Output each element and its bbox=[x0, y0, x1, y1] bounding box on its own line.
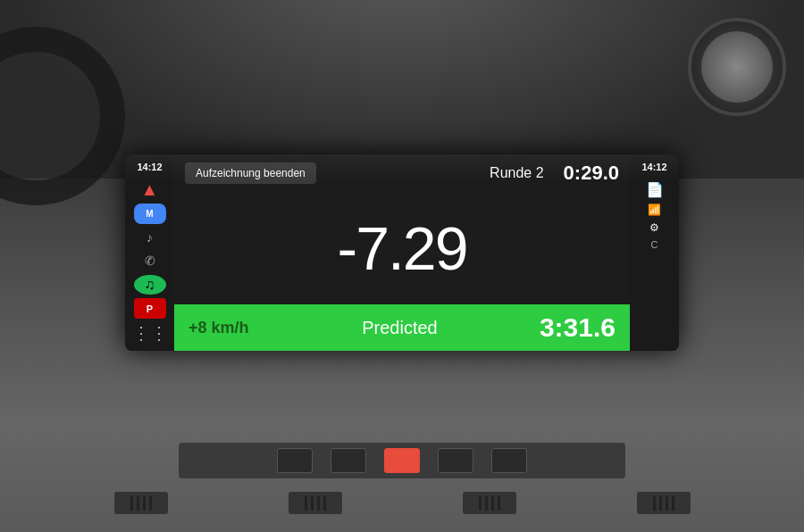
vent-slot bbox=[491, 496, 494, 511]
main-content-area: Aufzeichnung beenden Runde 2 0:29.0 -7.2… bbox=[174, 154, 630, 351]
lap-label: Runde 2 bbox=[490, 165, 544, 181]
phone-symbol: ✆ bbox=[145, 254, 155, 268]
vent-slot bbox=[323, 496, 326, 511]
top-bar: Aufzeichnung beenden Runde 2 0:29.0 bbox=[174, 154, 630, 192]
vent-slot bbox=[305, 496, 307, 511]
vent-slot bbox=[130, 496, 133, 511]
vent-slot bbox=[149, 496, 152, 511]
predicted-bar: +8 km/h Predicted 3:31.6 bbox=[174, 304, 630, 351]
predicted-label: Predicted bbox=[260, 318, 540, 338]
predicted-time-value: 3:31.6 bbox=[540, 312, 616, 343]
vent-slot bbox=[659, 496, 662, 511]
porsche-icon[interactable]: P bbox=[134, 298, 166, 319]
dash-button-4[interactable] bbox=[438, 448, 473, 473]
vent-slot bbox=[479, 496, 482, 511]
vent-slot bbox=[143, 496, 146, 511]
right-icon-1: 📄 bbox=[646, 181, 664, 198]
dash-button-1[interactable] bbox=[277, 448, 313, 473]
vent-center-right bbox=[463, 492, 516, 514]
speedometer-face bbox=[701, 31, 773, 103]
right-icon-c: C bbox=[651, 239, 658, 250]
sidebar-time: 14:12 bbox=[137, 162, 162, 172]
spotify-icon[interactable]: ♫ bbox=[134, 275, 166, 295]
stop-recording-button[interactable]: Aufzeichnung beenden bbox=[185, 162, 316, 184]
vent-slot bbox=[672, 496, 674, 511]
vent-slot bbox=[485, 496, 488, 511]
infotainment-display: 14:12 ▲ M ♪ ✆ ♫ P ⋮⋮ Aufzeichnung beende… bbox=[125, 154, 679, 351]
music-note-symbol: ♪ bbox=[147, 230, 153, 245]
vent-slot bbox=[498, 496, 500, 511]
vent-right bbox=[637, 492, 691, 514]
left-sidebar: 14:12 ▲ M ♪ ✆ ♫ P ⋮⋮ bbox=[125, 154, 174, 351]
right-sidebar-time: 14:12 bbox=[641, 162, 666, 172]
right-icon-2: 📶 bbox=[648, 204, 661, 216]
vent-slot bbox=[653, 496, 656, 511]
maps-icon-label: M bbox=[146, 209, 153, 219]
grid-icon[interactable]: ⋮⋮ bbox=[134, 322, 166, 344]
dash-button-2[interactable] bbox=[331, 448, 366, 473]
navigation-icon[interactable]: ▲ bbox=[134, 179, 166, 200]
right-sidebar: 14:12 📄 📶 ⚙ C bbox=[630, 154, 679, 351]
lower-dashboard bbox=[179, 443, 625, 478]
maps-icon[interactable]: M bbox=[134, 204, 166, 224]
vent-center-left bbox=[289, 492, 342, 514]
phone-icon[interactable]: ✆ bbox=[134, 251, 166, 271]
dash-button-3[interactable] bbox=[384, 448, 420, 473]
current-lap-time: 0:29.0 bbox=[564, 162, 619, 185]
delta-time-area: -7.29 bbox=[174, 192, 630, 304]
music-icon[interactable]: ♪ bbox=[134, 228, 166, 248]
vent-slot bbox=[311, 496, 314, 511]
spotify-symbol: ♫ bbox=[145, 277, 155, 293]
dash-button-5[interactable] bbox=[491, 448, 527, 473]
speed-delta-value: +8 km/h bbox=[188, 319, 260, 337]
vent-slot bbox=[666, 496, 668, 511]
delta-time-value: -7.29 bbox=[338, 218, 467, 278]
right-icon-3: ⚙ bbox=[649, 221, 659, 234]
speedometer bbox=[688, 18, 786, 116]
car-interior: 14:12 ▲ M ♪ ✆ ♫ P ⋮⋮ Aufzeichnung beende… bbox=[0, 0, 804, 532]
vent-area bbox=[0, 492, 804, 514]
vent-slot bbox=[317, 496, 320, 511]
vent-slot bbox=[137, 496, 139, 511]
vent-left bbox=[114, 492, 168, 514]
